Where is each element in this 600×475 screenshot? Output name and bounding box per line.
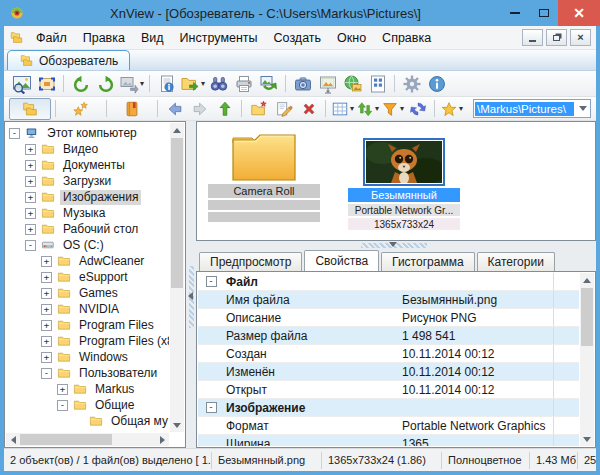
thumbnail-selected-image[interactable]: Безымянный Portable Network Gr... 1365x7… [345, 127, 463, 235]
splitter-collapse-handle[interactable] [361, 243, 427, 248]
tree-expander[interactable]: + [25, 176, 36, 187]
tree-expander[interactable]: - [9, 128, 20, 139]
web-page-button[interactable] [340, 73, 365, 95]
tree-expander[interactable]: + [25, 224, 36, 235]
tree-expander[interactable]: + [57, 384, 68, 395]
grid-vertical-scrollbar[interactable] [580, 273, 594, 446]
tree-item-windows[interactable]: +Windows [7, 349, 169, 365]
dropdown-caret-icon[interactable]: ▾ [350, 104, 354, 113]
menu-window[interactable]: Окно [329, 28, 374, 48]
vertical-splitter[interactable] [186, 121, 196, 448]
address-dropdown-icon[interactable] [575, 106, 590, 111]
title-bar[interactable]: XnView - [Обозреватель - C:\Users\Markus… [0, 0, 600, 26]
tree-expander[interactable]: + [41, 320, 52, 331]
minimize-button[interactable] [500, 0, 529, 26]
tab-preview[interactable]: Предпросмотр [199, 252, 302, 271]
tree-item-nvidia[interactable]: +NVIDIA [7, 301, 169, 317]
tree-item-pictures[interactable]: +Изображения [7, 189, 169, 205]
menu-create[interactable]: Создать [266, 28, 330, 48]
grid-scrollbar-thumb[interactable] [581, 288, 593, 346]
tree-item-os-c[interactable]: -OS (C:) [7, 237, 169, 253]
property-row-modified[interactable]: Изменён10.11.2014 00:12 [198, 363, 579, 381]
tree-expander[interactable]: + [25, 208, 36, 219]
tree-item-this-pc[interactable]: -Этот компьютер [7, 125, 169, 141]
menu-help[interactable]: Справка [374, 28, 439, 48]
splitter-collapse-handle[interactable] [189, 266, 194, 328]
tree-hscrollbar-thumb[interactable] [20, 434, 112, 445]
tree-expander[interactable]: + [41, 336, 52, 347]
tree-vertical-scrollbar[interactable] [170, 123, 184, 432]
up-button[interactable] [212, 98, 237, 120]
menu-tools[interactable]: Инструменты [172, 28, 266, 48]
thumbnail-camera-roll[interactable]: Camera Roll [205, 127, 323, 235]
property-row-width[interactable]: Ширина1365 [198, 435, 579, 446]
dropdown-caret-icon[interactable]: ▾ [375, 104, 379, 113]
collapse-icon[interactable]: - [206, 276, 217, 287]
property-row-description[interactable]: ОписаниеРисунок PNG [198, 309, 579, 327]
scroll-up-icon[interactable] [170, 123, 184, 137]
tree-item-games[interactable]: +Games [7, 285, 169, 301]
tree-item-video[interactable]: +Видео [7, 141, 169, 157]
tree-expander[interactable]: + [41, 352, 52, 363]
dropdown-caret-icon[interactable]: ▾ [201, 79, 205, 88]
edit-button[interactable] [271, 98, 296, 120]
sort-button[interactable]: ▾ [355, 98, 380, 120]
tree-item-desktop[interactable]: +Рабочий стол [7, 221, 169, 237]
rotate-right-button[interactable] [93, 73, 118, 95]
contact-sheet-button[interactable] [365, 73, 390, 95]
address-value[interactable]: \Markus\Pictures\ [475, 102, 574, 116]
tree-item-public[interactable]: -Общие [7, 397, 169, 413]
collapse-icon[interactable]: - [206, 402, 217, 413]
mdi-close-button[interactable]: × [570, 29, 591, 46]
menu-view[interactable]: Вид [133, 28, 172, 48]
folder-tree-toggle-button[interactable] [9, 98, 51, 120]
fullscreen-button[interactable] [34, 73, 59, 95]
settings-button[interactable] [399, 73, 424, 95]
scroll-right-icon[interactable] [155, 433, 169, 446]
tree-horizontal-scrollbar[interactable] [6, 433, 169, 446]
dropdown-caret-icon[interactable]: ▾ [140, 79, 144, 88]
new-folder-button[interactable] [246, 98, 271, 120]
dropdown-caret-icon[interactable]: ▾ [400, 104, 404, 113]
search-button[interactable] [206, 73, 231, 95]
tree-expander[interactable]: - [57, 400, 68, 411]
screen-capture-button[interactable] [290, 73, 315, 95]
menu-edit[interactable]: Правка [75, 28, 133, 48]
tree-item-music[interactable]: +Музыка [7, 205, 169, 221]
tree-scrollbar-thumb[interactable] [171, 138, 183, 288]
mdi-minimize-button[interactable] [522, 29, 543, 46]
menu-file[interactable]: Файл [28, 28, 75, 48]
back-button[interactable] [162, 98, 187, 120]
tree-expander[interactable]: + [25, 144, 36, 155]
tree-item-adwcleaner[interactable]: +AdwCleaner [7, 253, 169, 269]
refresh-button[interactable] [405, 98, 430, 120]
tree-item-program-files-x86[interactable]: +Program Files (x86 [7, 333, 169, 349]
tree-expander[interactable]: + [41, 272, 52, 283]
scroll-left-icon[interactable] [6, 433, 20, 446]
convert-button[interactable]: ▾ [118, 73, 145, 95]
scroll-down-icon[interactable] [170, 418, 184, 432]
delete-button[interactable] [296, 98, 321, 120]
favorites-toggle-button[interactable] [60, 98, 102, 120]
tree-item-program-files[interactable]: +Program Files [7, 317, 169, 333]
batch-convert-button[interactable] [256, 73, 281, 95]
property-row-created[interactable]: Создан10.11.2014 00:12 [198, 345, 579, 363]
tab-categories[interactable]: Категории [477, 252, 555, 271]
tree-expander[interactable]: - [25, 240, 36, 251]
property-row-format[interactable]: ФорматPortable Network Graphics [198, 417, 579, 435]
filter-button[interactable]: ▾ [380, 98, 405, 120]
tree-expander[interactable]: + [41, 288, 52, 299]
property-row-filesize[interactable]: Размер файла1 498 541 [198, 327, 579, 345]
tree-item-markus[interactable]: +Markus [7, 381, 169, 397]
tree-item-downloads[interactable]: +Загрузки [7, 173, 169, 189]
properties-button[interactable] [154, 73, 179, 95]
move-to-folder-button[interactable]: ▾ [179, 73, 206, 95]
tree-expander[interactable]: - [41, 368, 52, 379]
tree-item-public-music[interactable]: Общая му [7, 413, 169, 429]
tree-item-documents[interactable]: +Документы [7, 157, 169, 173]
rotate-left-button[interactable] [68, 73, 93, 95]
tree-item-esupport[interactable]: +eSupport [7, 269, 169, 285]
property-row-filename[interactable]: Имя файлаБезымянный.png [198, 291, 579, 309]
scroll-down-icon[interactable] [580, 432, 594, 446]
slideshow-button[interactable] [315, 73, 340, 95]
